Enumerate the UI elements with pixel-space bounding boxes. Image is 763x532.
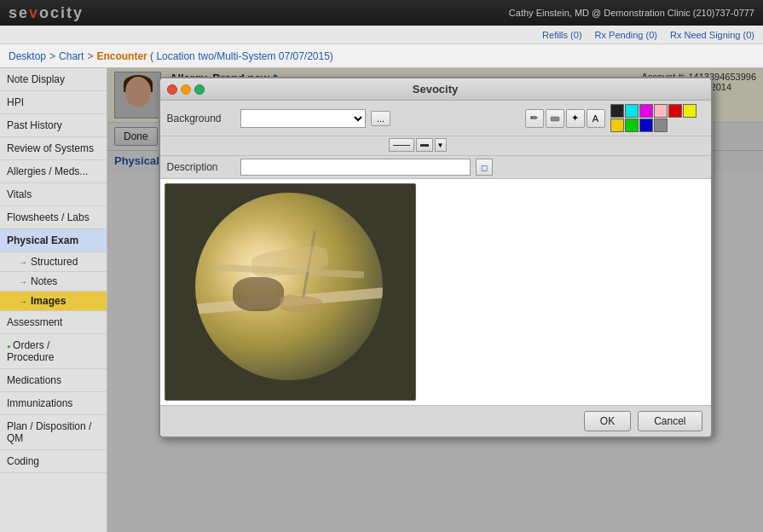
sidebar-item-past-history[interactable]: Past History [0, 114, 107, 137]
background-select[interactable] [240, 109, 366, 128]
logo-area: sevocity [9, 4, 84, 22]
sidebar-item-coding[interactable]: Coding [0, 450, 107, 473]
sidebar-item-allergies-meds[interactable]: Allergies / Meds... [0, 160, 107, 183]
sidebar-item-plan-disposition[interactable]: Plan / Disposition / QM [0, 415, 107, 450]
ok-button[interactable]: OK [584, 411, 631, 431]
refills-link[interactable]: Refills (0) [542, 30, 581, 40]
modal-image-area [160, 179, 711, 405]
empty-image-panel [416, 183, 707, 401]
modal-overlay: Sevocity Background ... ✏ [107, 68, 763, 532]
sidebar-item-immunizations[interactable]: Immunizations [0, 392, 107, 415]
color-blue[interactable] [639, 119, 653, 132]
content-area: Allergy, Brand new ✎ Female, 42 years, D… [107, 68, 763, 532]
knee-image-panel [165, 183, 416, 401]
sidebar-sub-structured[interactable]: → Structured [0, 252, 107, 272]
color-green[interactable] [625, 119, 639, 132]
sidebar-sub-label-notes: Notes [31, 275, 57, 287]
rx-pending-link[interactable]: Rx Pending (0) [595, 30, 657, 40]
sidebar-item-review-of-systems[interactable]: Review of Systems [0, 137, 107, 160]
sidebar-sub-images[interactable]: → Images [0, 292, 107, 311]
sidebar-sub-label-images: Images [31, 295, 66, 307]
rx-need-signing-link[interactable]: Rx Need Signing (0) [670, 30, 754, 40]
arrow-icon: → [19, 257, 27, 267]
cancel-button[interactable]: Cancel [638, 411, 702, 431]
description-label: Description [167, 161, 235, 173]
sidebar-item-medications[interactable]: Medications [0, 369, 107, 392]
modal-window-controls [167, 84, 205, 95]
eraser-tool[interactable] [546, 109, 564, 128]
sidebar-item-flowsheets-labs[interactable]: Flowsheets / Labs [0, 206, 107, 229]
color-palette [610, 104, 704, 132]
sidebar-item-assessment[interactable]: Assessment [0, 311, 107, 334]
color-cyan[interactable] [625, 104, 639, 118]
sidebar-item-note-display[interactable]: Note Display [0, 68, 107, 91]
breadcrumb-sep1: > [49, 50, 55, 62]
sidebar-item-orders-procedure[interactable]: Orders / Procedure [0, 334, 107, 369]
modal-toolbar-background: Background ... ✏ ✦ A [160, 101, 711, 136]
svg-rect-0 [551, 117, 559, 121]
color-magenta[interactable] [639, 104, 653, 118]
sidebar: Note Display HPI Past History Review of … [0, 68, 107, 532]
sidebar-sub-label-structured: Structured [31, 256, 78, 268]
knee-image [165, 184, 415, 400]
breadcrumb: Desktop > Chart > Encounter ( Location t… [0, 44, 763, 68]
color-gray[interactable] [654, 119, 668, 132]
arrow-icon-notes: → [19, 277, 27, 286]
color-pink[interactable] [654, 104, 668, 118]
sevocity-modal: Sevocity Background ... ✏ [159, 77, 713, 438]
description-row: Description ◻ [160, 156, 711, 179]
drawing-tools: ✏ ✦ A [525, 109, 605, 128]
background-label: Background [167, 113, 235, 124]
color-red[interactable] [668, 104, 682, 118]
color-gold[interactable] [610, 119, 624, 132]
modal-minimize-button[interactable] [181, 84, 191, 95]
line-thick[interactable] [416, 138, 433, 152]
line-thickness-chevron[interactable]: ▼ [435, 138, 447, 152]
star-tool[interactable]: ✦ [566, 109, 585, 128]
breadcrumb-encounter[interactable]: Encounter [96, 50, 147, 62]
modal-titlebar: Sevocity [160, 78, 711, 101]
knee-circle [195, 193, 383, 380]
main-layout: Note Display HPI Past History Review of … [0, 68, 763, 532]
user-info: Cathy Einstein, MD @ Demonstration Clini… [509, 8, 754, 18]
modal-maximize-button[interactable] [194, 84, 205, 95]
color-black[interactable] [610, 104, 624, 118]
text-tool[interactable]: A [587, 109, 605, 128]
sidebar-sub-notes[interactable]: → Notes [0, 272, 107, 292]
line-thin[interactable] [389, 138, 414, 152]
description-expand-button[interactable]: ◻ [476, 159, 493, 176]
sidebar-item-physical-exam[interactable]: Physical Exam [0, 229, 107, 252]
breadcrumb-chart[interactable]: Chart [59, 50, 84, 62]
sidebar-item-hpi[interactable]: HPI [0, 91, 107, 114]
modal-close-button[interactable] [167, 84, 177, 95]
links-bar: Refills (0) Rx Pending (0) Rx Need Signi… [0, 26, 763, 44]
modal-title: Sevocity [413, 83, 458, 95]
app-logo: sevocity [9, 4, 84, 22]
background-browse-button[interactable]: ... [371, 111, 390, 126]
top-header: sevocity Cathy Einstein, MD @ Demonstrat… [0, 0, 763, 26]
breadcrumb-desktop[interactable]: Desktop [9, 50, 46, 62]
sidebar-item-vitals[interactable]: Vitals [0, 183, 107, 206]
modal-footer: OK Cancel [160, 405, 711, 437]
breadcrumb-location: ( Location two/Multi-System 07/07/2015) [147, 50, 333, 62]
description-input[interactable] [240, 159, 471, 176]
pencil-tool[interactable]: ✏ [525, 109, 544, 128]
arrow-icon-images: → [19, 297, 27, 306]
breadcrumb-sep2: > [87, 50, 93, 62]
color-yellow[interactable] [683, 104, 697, 118]
